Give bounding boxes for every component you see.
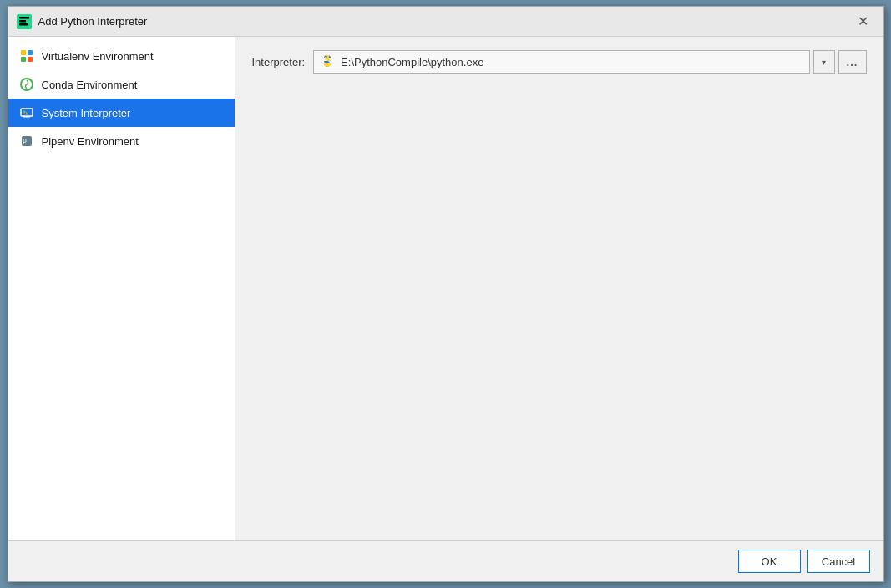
add-python-interpreter-dialog: Add Python Interpreter ✕ Virtualenv Envi… [8, 6, 884, 582]
title-bar: Add Python Interpreter ✕ [8, 7, 883, 37]
dialog-body: Virtualenv Environment Conda Environment [8, 37, 883, 540]
svg-text:P: P [23, 139, 27, 146]
interpreter-dropdown[interactable]: E:\PythonCompile\python.exe [313, 50, 809, 74]
svg-rect-1 [19, 17, 29, 19]
system-icon: Py [18, 104, 35, 121]
svg-rect-4 [21, 50, 26, 55]
sidebar-item-system[interactable]: Py System Interpreter [8, 99, 235, 127]
sidebar-item-system-label: System Interpreter [42, 107, 131, 119]
chevron-down-icon: ▾ [822, 58, 826, 67]
close-button[interactable]: ✕ [852, 10, 875, 33]
dialog-title: Add Python Interpreter [38, 15, 852, 28]
svg-point-16 [328, 64, 330, 66]
main-content: Interpreter: [235, 37, 883, 540]
ok-button[interactable]: OK [738, 550, 801, 573]
dialog-footer: OK Cancel [8, 540, 883, 581]
browse-button[interactable]: ... [838, 50, 867, 74]
svg-text:Py: Py [23, 109, 29, 116]
svg-rect-7 [28, 57, 33, 62]
dropdown-arrow-button[interactable]: ▾ [813, 50, 835, 74]
sidebar: Virtualenv Environment Conda Environment [8, 37, 235, 540]
svg-point-15 [326, 56, 327, 58]
sidebar-item-conda-label: Conda Environment [42, 79, 138, 91]
sidebar-item-virtualenv[interactable]: Virtualenv Environment [8, 42, 235, 70]
python-exe-icon [321, 54, 336, 69]
interpreter-select-wrapper: E:\PythonCompile\python.exe ▾ ... [313, 50, 866, 74]
conda-icon [18, 76, 35, 93]
sidebar-item-pipenv-label: Pipenv Environment [42, 135, 139, 148]
svg-rect-3 [19, 23, 28, 26]
interpreter-row: Interpreter: [252, 50, 867, 74]
pycharm-icon [17, 14, 32, 29]
sidebar-item-virtualenv-label: Virtualenv Environment [42, 50, 154, 63]
svg-rect-6 [21, 57, 26, 62]
cancel-button[interactable]: Cancel [807, 550, 870, 573]
virtualenv-icon [18, 48, 35, 64]
interpreter-label: Interpreter: [252, 56, 306, 68]
svg-rect-2 [19, 20, 26, 23]
svg-rect-5 [28, 50, 33, 55]
interpreter-path: E:\PythonCompile\python.exe [341, 56, 802, 68]
pipenv-icon: P [18, 133, 35, 150]
sidebar-item-conda[interactable]: Conda Environment [8, 70, 235, 99]
sidebar-item-pipenv[interactable]: P Pipenv Environment [8, 127, 235, 155]
